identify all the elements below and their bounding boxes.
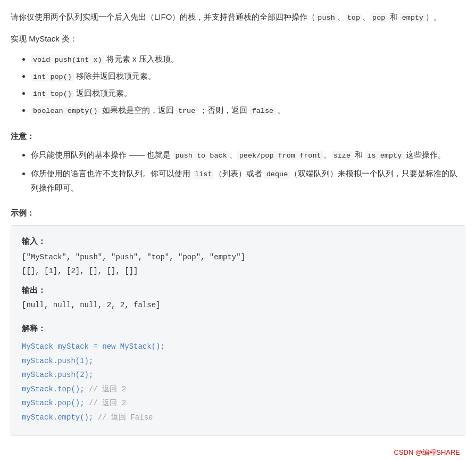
output-label: 输出：	[22, 283, 454, 297]
method-push-code: void push(int x)	[31, 55, 104, 64]
input-line1: ["MyStack", "push", "push", "top", "pop"…	[22, 251, 454, 264]
note1-code4: is empty	[365, 151, 404, 160]
explain-label: 解释：	[22, 322, 454, 335]
note-section: 注意： 你只能使用队列的基本操作 —— 也就是 push to back、pee…	[11, 129, 465, 195]
method-empty-desc: 如果栈是空的，返回	[100, 105, 176, 114]
code-block: MyStack myStack = new MyStack(); myStack…	[22, 340, 454, 425]
note-item-1: 你只能使用队列的基本操作 —— 也就是 push to back、peek/po…	[31, 148, 465, 162]
method-push: void push(int x) 将元素 x 压入栈顶。	[31, 52, 465, 67]
example-section: 示例： 输入： ["MyStack", "push", "push", "top…	[11, 206, 465, 436]
method-top-desc: 返回栈顶元素。	[74, 88, 132, 97]
method-pop-desc: 移除并返回栈顶元素。	[74, 71, 156, 80]
note1-sep2: 、	[323, 150, 331, 159]
intro-paragraph: 请你仅使用两个队列实现一个后入先出（LIFO）的栈，并支持普通栈的全部四种操作（…	[11, 10, 465, 24]
method-top-code: int top()	[31, 89, 74, 98]
method-list: void push(int x) 将元素 x 压入栈顶。 int pop() 移…	[11, 52, 465, 118]
true-code: true	[176, 106, 197, 116]
push-code: push	[315, 13, 337, 22]
empty-code: empty	[400, 13, 426, 22]
period-text: 。	[275, 105, 286, 114]
pop-code: pop	[370, 13, 387, 22]
method-push-desc: 将元素 x 压入栈顶。	[104, 54, 179, 63]
code-line-6: myStack.empty(); // 返回 False	[22, 410, 454, 425]
implement-title: 实现 MyStack 类：	[11, 32, 465, 46]
method-top: int top() 返回栈顶元素。	[31, 86, 465, 101]
semi-text: ；否则，返回	[197, 105, 249, 114]
note-title: 注意：	[11, 129, 465, 143]
note2-code1: list	[193, 170, 214, 179]
false-code: false	[250, 106, 276, 116]
note2-text2: （列表）或者	[214, 169, 264, 178]
code-line-5: myStack.pop(); // 返回 2	[22, 396, 454, 410]
note1-text5: 这些操作。	[404, 150, 446, 159]
sep3: 和	[387, 12, 399, 21]
method-empty-code: boolean empty()	[31, 106, 100, 116]
input-label: 输入：	[22, 234, 454, 248]
example-box: 输入： ["MyStack", "push", "push", "top", "…	[11, 225, 465, 436]
intro-text1: 请你仅使用两个队列实现一个后入先出（LIFO）的栈，并支持普通栈的全部四种操作（	[11, 12, 315, 21]
sep1: 、	[337, 12, 345, 21]
note1-sep1: 、	[229, 150, 237, 159]
note1-text4: 和	[353, 150, 365, 159]
input-line2: [[], [1], [2], [], [], []]	[22, 265, 454, 278]
code-line-2: myStack.push(1);	[22, 354, 454, 368]
note-list: 你只能使用队列的基本操作 —— 也就是 push to back、peek/po…	[11, 148, 465, 194]
method-empty: boolean empty() 如果栈是空的，返回 true ；否则，返回 fa…	[31, 103, 465, 118]
note-item-2: 你所使用的语言也许不支持队列。你可以使用 list（列表）或者 deque（双端…	[31, 167, 465, 194]
output-line1: [null, null, null, 2, 2, false]	[22, 299, 454, 312]
note2-code2: deque	[264, 170, 290, 179]
note1-code2: peek/pop from front	[237, 151, 323, 160]
note2-text1: 你所使用的语言也许不支持队列。你可以使用	[31, 169, 193, 178]
note1-code3: size	[331, 151, 353, 160]
example-title: 示例：	[11, 206, 465, 220]
code-line-1: MyStack myStack = new MyStack();	[22, 340, 454, 354]
watermark: CSDN @编程SHARE	[11, 447, 465, 458]
note1-text1: 你只能使用队列的基本操作 —— 也就是	[31, 150, 173, 159]
watermark-text: CSDN @编程SHARE	[394, 448, 460, 456]
method-pop: int pop() 移除并返回栈顶元素。	[31, 69, 465, 84]
sep2: 、	[362, 12, 370, 21]
code-line-3: myStack.push(2);	[22, 368, 454, 382]
top-code: top	[345, 13, 362, 22]
note1-code1: push to back	[173, 151, 229, 160]
code-line-4: myStack.top(); // 返回 2	[22, 382, 454, 397]
intro-text2: ）。	[425, 12, 441, 21]
method-pop-code: int pop()	[31, 72, 74, 81]
